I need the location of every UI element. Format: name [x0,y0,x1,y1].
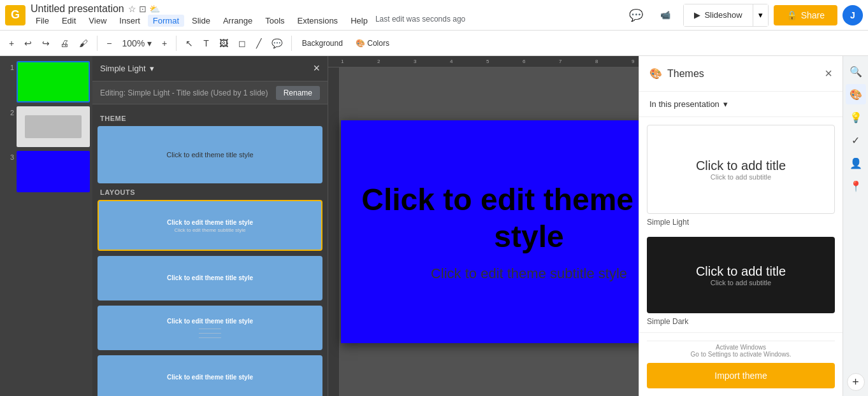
sidebar-icon-map[interactable]: 📍 [846,176,866,196]
layouts-section-label: LAYOUTS [100,188,320,196]
slide-num-1: 1 [3,64,14,71]
layout-card-4[interactable]: Click to edit theme title style [98,355,322,396]
toolbar: + ↩ ↪ 🖨 🖌 − 100% ▾ + ↖ T 🖼 ◻ ╱ 💬 Backgro… [0,31,868,56]
toolbar-image-button[interactable]: 🖼 [215,36,232,51]
toolbar-textbox-button[interactable]: T [199,36,213,51]
ruler-mark-3: 3 [412,59,449,64]
layout-card-1[interactable]: Click to edit theme title style Click to… [98,200,322,251]
slide-thumb-2-inner [25,115,82,138]
sidebar-add-button[interactable]: + [847,373,865,391]
toolbar-shape-button[interactable]: ◻ [235,36,250,51]
theme-preview-light[interactable]: Click to add title Click to add subtitle [647,125,835,214]
theme-preview-dark-subtitle: Click to add subtitle [711,279,771,286]
palette-icon: 🎨 [649,67,662,80]
sidebar-icon-theme[interactable]: 🎨 [846,84,866,104]
sidebar-icon-explore[interactable]: 🔍 [846,61,866,81]
toolbar-line-button[interactable]: ╱ [252,36,265,51]
slide-thumb-2[interactable] [17,106,90,148]
menu-edit[interactable]: Edit [57,15,81,27]
layout-card-2-title: Click to edit theme title style [167,274,253,283]
menu-format[interactable]: Format [148,15,184,27]
layout-card-3[interactable]: Click to edit theme title style ————————… [98,306,322,350]
toolbar-divider-2 [176,36,177,51]
slide-main[interactable]: Click to edit theme title style Click to… [341,120,639,343]
toolbar-divider-1 [97,36,98,51]
toolbar-undo-button[interactable]: ↩ [20,36,36,51]
themes-filter-button[interactable]: In this presentation ▾ [649,99,728,109]
theme-preview-light-title: Click to add title [696,159,786,173]
menu-insert[interactable]: Insert [114,15,145,27]
ruler-mark-7: 7 [558,59,594,64]
menu-extensions[interactable]: Extensions [293,15,344,27]
menu-help[interactable]: Help [345,15,373,27]
toolbar-zoom-label-button[interactable]: 100% ▾ [118,36,156,51]
slide-main-title[interactable]: Click to edit theme title style [341,181,639,255]
toolbar-zoom-in-button[interactable]: + [158,36,171,51]
top-right: 💬 📹 ▶ Slideshow ▾ 🔒 Share J [625,4,863,27]
menu-file[interactable]: File [31,15,54,27]
slide-panel: 1 2 3 [0,56,92,396]
theme-item-simple-dark: Click to add title Click to add subtitle… [647,237,835,326]
slide-num-3: 3 [3,153,14,161]
star-icon[interactable]: ☆ [128,4,136,14]
slide-num-2: 2 [3,109,14,117]
colors-button[interactable]: 🎨 Colors [351,36,394,50]
toolbar-comment-button[interactable]: 💬 [268,36,286,51]
theme-editor-header: Simple Light ▾ × [92,56,328,81]
slide-canvas[interactable]: Click to edit theme title style Click to… [328,67,639,396]
meet-icon: 📹 [660,10,670,20]
slide-thumb-1[interactable] [17,61,90,103]
slide-thumb-3[interactable] [17,151,90,192]
slide-thumb-1-container: 1 [3,61,90,103]
layout-card-3-lines: ——————————————— [167,326,253,339]
toolbar-add-button[interactable]: + [5,36,18,51]
folder-icon[interactable]: ⊡ [139,4,147,14]
editing-text: Editing: Simple Light - Title slide (Use… [100,88,268,97]
avatar[interactable]: J [843,5,863,25]
top-bar: G Untitled presentation ☆ ⊡ ⛅ File Edit … [0,0,868,31]
themes-filter: In this presentation ▾ [639,92,843,117]
layout-card-3-title: Click to edit theme title style [167,317,253,326]
theme-chevron-icon[interactable]: ▾ [150,64,154,73]
slide-thumb-3-container: 3 [3,151,90,192]
toolbar-print-button[interactable]: 🖨 [56,36,73,51]
theme-name-select: Simple Light ▾ [100,64,154,73]
themes-close-button[interactable]: × [825,66,832,81]
slideshow-main-button[interactable]: ▶ Slideshow [683,4,753,27]
slide-main-subtitle[interactable]: Click to edit theme subtitle style [431,265,627,282]
theme-preview-light-subtitle: Click to add subtitle [711,173,771,181]
toolbar-cursor-button[interactable]: ↖ [182,36,197,51]
menu-tools[interactable]: Tools [260,15,289,27]
comment-button[interactable]: 💬 [625,4,647,27]
sidebar-icon-person[interactable]: 👤 [846,153,866,173]
menu-view[interactable]: View [83,15,112,27]
theme-preview-dark[interactable]: Click to add title Click to add subtitle [647,237,835,313]
import-theme-button[interactable]: Import theme [647,363,835,388]
slideshow-dropdown-button[interactable]: ▾ [753,4,769,27]
ruler-mark-9: 9 [630,59,639,64]
menu-slide[interactable]: Slide [187,15,215,27]
theme-editor: Simple Light ▾ × Editing: Simple Light -… [92,56,328,396]
menu-arrange[interactable]: Arrange [218,15,257,27]
toolbar-redo-button[interactable]: ↪ [38,36,54,51]
themes-panel: 🎨 Themes × In this presentation ▾ Click … [639,56,843,396]
toolbar-paint-button[interactable]: 🖌 [75,36,92,51]
cloud-icon[interactable]: ⛅ [149,4,160,14]
theme-editor-close-button[interactable]: × [313,62,320,75]
slideshow-button-group: ▶ Slideshow ▾ [683,4,768,27]
theme-card[interactable]: Click to edit theme title style [98,126,322,183]
theme-card-text: Click to edit theme title style [166,151,253,159]
editing-used-by: (Used by 1 slide) [210,88,268,97]
ruler-mark-4: 4 [449,59,485,64]
rename-button[interactable]: Rename [276,86,320,100]
layout-card-1-title: Click to edit theme title style [167,218,253,227]
sidebar-icon-check[interactable]: ✓ [846,130,866,150]
layout-card-2[interactable]: Click to edit theme title style [98,256,322,301]
sidebar-icon-bulb[interactable]: 💡 [846,107,866,127]
share-button[interactable]: 🔒 Share [774,5,837,25]
themes-filter-label: In this presentation [649,99,720,109]
toolbar-zoom-out-button[interactable]: − [103,36,115,51]
themes-title-text: Themes [667,68,704,80]
meet-button[interactable]: 📹 [653,6,678,24]
background-button[interactable]: Background [297,36,348,50]
